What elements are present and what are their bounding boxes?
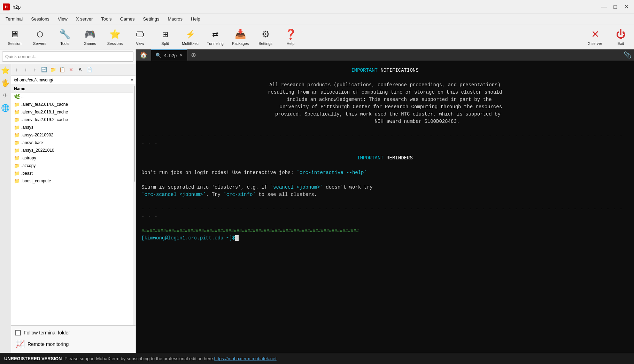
file-upload-button[interactable]: ↑: [31, 65, 39, 74]
menu-macros[interactable]: Macros: [163, 15, 187, 23]
file-browser: ↑ ↓ ↑ 🔄 📁 📋 ✕ A 📄 ▼: [11, 64, 136, 353]
menu-terminal[interactable]: Terminal: [1, 15, 27, 23]
session-icon: 🖥: [8, 28, 21, 41]
home-tab-button[interactable]: 🏠: [136, 49, 151, 61]
file-newfolder-button[interactable]: 📁: [49, 65, 57, 74]
view-button[interactable]: 🖵 View: [128, 26, 152, 48]
games-button[interactable]: 🎮 Games: [78, 26, 102, 48]
follow-terminal-checkbox[interactable]: [15, 330, 21, 335]
folder-icon: 📁: [14, 178, 20, 184]
file-delete-button[interactable]: ✕: [67, 65, 75, 74]
list-item[interactable]: 📁 .aienv_fea2.018.1_cache: [11, 108, 133, 116]
list-item[interactable]: 📁 .aienv_fea2.019.2_cache: [11, 116, 133, 124]
favorites-icon[interactable]: ⭐: [1, 65, 10, 75]
folder-icon: 📁: [14, 155, 20, 161]
folder-icon: 📁: [14, 132, 20, 138]
folder-icon: 📁: [14, 102, 20, 107]
menu-sessions[interactable]: Sessions: [27, 15, 54, 23]
divider-1: - - - - - - - - - - - - - - - - - - - - …: [141, 133, 628, 147]
tools-button[interactable]: 🔧 Tools: [53, 26, 77, 48]
add-icon: ⊕: [191, 51, 196, 59]
notifications-body: All research products (publications, con…: [141, 81, 628, 125]
file-up-button[interactable]: ↑: [13, 65, 21, 74]
list-item[interactable]: 📁 .azcopy: [11, 162, 133, 169]
servers-icon: ⬡: [33, 28, 46, 41]
split-button[interactable]: ⊞ Split: [153, 26, 177, 48]
folder-icon: 📁: [14, 109, 20, 115]
app-icon: H: [3, 3, 10, 10]
hash-line: ########################################…: [141, 228, 628, 235]
folder-icon: 📁: [14, 125, 20, 130]
list-item[interactable]: 📁 .astropy: [11, 154, 133, 162]
status-message: - Please support MobaXterm by subscribin…: [62, 356, 214, 361]
packages-button[interactable]: 📥 Packages: [229, 26, 252, 48]
list-item[interactable]: 📁 .boost_compute: [11, 177, 133, 185]
folder-icon: 📁: [14, 171, 20, 176]
filebrowser-icon[interactable]: 🖐: [1, 78, 10, 88]
list-item[interactable]: 📁 .ansys-back: [11, 139, 133, 147]
tab-label: 4. h2p: [164, 53, 177, 58]
tab-close-icon[interactable]: ✕: [179, 53, 183, 58]
path-input[interactable]: [13, 77, 130, 83]
xserver-button[interactable]: ✕ X server: [581, 26, 609, 48]
globe-icon[interactable]: 🌐: [1, 103, 10, 113]
minimize-button[interactable]: —: [599, 2, 609, 12]
parent-folder-icon: 🌿: [14, 94, 20, 100]
session-button[interactable]: 🖥 Session: [3, 26, 26, 48]
mobatek-link[interactable]: https://mobaxterm.mobatek.net: [214, 356, 277, 361]
servers-button[interactable]: ⬡ Servers: [28, 26, 52, 48]
menu-settings[interactable]: Settings: [139, 15, 164, 23]
file-rename-button[interactable]: A: [76, 65, 84, 74]
menu-bar: Terminal Sessions View X server Tools Ga…: [0, 14, 634, 24]
status-bar: UNREGISTERED VERSION - Please support Mo…: [0, 353, 634, 364]
file-list: Name 🌿 .. 📁 .aienv_fea2.014.0_cache 📁: [11, 85, 133, 325]
menu-games[interactable]: Games: [116, 15, 139, 23]
sessions-button[interactable]: ⭐ Sessions: [103, 26, 127, 48]
file-refresh-button[interactable]: 🔄: [40, 65, 48, 74]
list-item[interactable]: 📁 .ansys: [11, 124, 133, 131]
maximize-button[interactable]: □: [610, 2, 620, 12]
file-toolbar: ↑ ↓ ↑ 🔄 📁 📋 ✕ A 📄: [11, 64, 136, 76]
divider-2: - - - - - - - - - - - - - - - - - - - - …: [141, 206, 628, 220]
remote-monitoring-button[interactable]: 📈 Remote monitoring: [15, 340, 131, 349]
home-icon: 🏠: [140, 51, 147, 59]
unregistered-label: UNREGISTERED VERSION: [4, 356, 62, 361]
add-tab-button[interactable]: ⊕: [187, 49, 199, 61]
list-item[interactable]: 📁 .ansys-20210902: [11, 131, 133, 139]
tab-h2p[interactable]: 🔍 4. h2p ✕: [151, 49, 187, 61]
help-button[interactable]: ❓ Help: [279, 26, 302, 48]
tunneling-button[interactable]: ⇄ Tunneling: [203, 26, 227, 48]
settings-icon: ⚙: [259, 28, 272, 41]
reminders-header: IMPORTANT REMINDERS: [141, 155, 628, 162]
send-icon[interactable]: ✈: [1, 90, 10, 100]
list-item[interactable]: 📁 .ansys_20221010: [11, 147, 133, 154]
file-download-button[interactable]: ↓: [22, 65, 30, 74]
menu-help[interactable]: Help: [187, 15, 204, 23]
list-item[interactable]: 📁 .beast: [11, 169, 133, 177]
close-button[interactable]: ✕: [621, 2, 631, 12]
settings-button[interactable]: ⚙ Settings: [254, 26, 277, 48]
toolbar: 🖥 Session ⬡ Servers 🔧 Tools 🎮 Games ⭐ Se…: [0, 24, 634, 49]
list-item[interactable]: 📁 .aienv_fea2.014.0_cache: [11, 101, 133, 108]
list-item[interactable]: 🌿 ..: [11, 93, 133, 101]
star-icon: ⭐: [109, 28, 121, 41]
file-scrollbar[interactable]: [133, 85, 136, 325]
folder-icon: 📁: [14, 117, 20, 122]
multiexec-button[interactable]: ⚡ MultiExec: [178, 26, 202, 48]
menu-view[interactable]: View: [54, 15, 72, 23]
menu-tools[interactable]: Tools: [97, 15, 116, 23]
path-dropdown-icon[interactable]: ▼: [130, 78, 134, 82]
file-copy-button[interactable]: 📋: [58, 65, 66, 74]
terminal-content[interactable]: IMPORTANT NOTIFICATIONS All research pro…: [136, 61, 634, 353]
multiexec-icon: ⚡: [184, 28, 196, 41]
tunneling-icon: ⇄: [209, 28, 222, 41]
file-newfile-button[interactable]: 📄: [85, 65, 93, 74]
quick-connect-input[interactable]: [2, 52, 133, 62]
packages-icon: 📥: [234, 28, 247, 41]
menu-xserver[interactable]: X server: [72, 15, 97, 23]
exit-button[interactable]: ⏻ Exit: [610, 26, 631, 48]
pin-button[interactable]: 📎: [621, 49, 634, 61]
notifications-header: IMPORTANT NOTIFICATIONS: [141, 67, 628, 74]
left-panel-bottom: Follow terminal folder 📈 Remote monitori…: [11, 325, 136, 353]
quick-connect-bar: [0, 49, 136, 64]
